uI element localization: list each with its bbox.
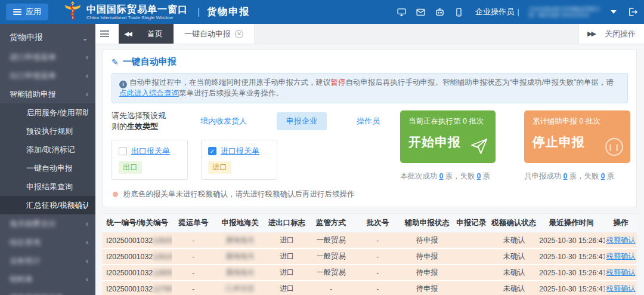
apps-menu-icon: [13, 9, 21, 15]
chevron-left-icon: ‹: [86, 275, 88, 284]
monitor-icon[interactable]: [397, 7, 407, 17]
sidebar-item-smart-assist-declare[interactable]: 智能辅助申报‹: [0, 85, 95, 103]
sidebar-item-redacted-6[interactable]: 特料单‹: [0, 270, 95, 288]
export-checkbox[interactable]: ✓: [119, 147, 127, 155]
robot-assistant-icon[interactable]: [435, 7, 445, 17]
batch-fail-count[interactable]: 0: [476, 172, 481, 180]
tabbar-menu-icon[interactable]: [100, 30, 109, 37]
cell-last-operate-time: 2025-10-30 15:26:41: [538, 281, 605, 295]
start-declare-button[interactable]: 当前正在执行第 0 批次 开始申报: [400, 110, 496, 163]
cell-io-flag: 进口: [265, 281, 308, 295]
rule-type-option[interactable]: 申报企业: [277, 112, 327, 130]
tabbar-controls: ▶▶ 关闭操作: [578, 24, 644, 44]
table-header-cell: 申报地海关: [215, 214, 265, 233]
cell-trade-mode: 一般贸易: [308, 233, 354, 249]
table-header-row: 统一编号/海关编号提运单号申报地海关进出口标志监管方式批次号辅助申报状态申报记录…: [103, 214, 637, 233]
sidebar-item-tax-confirm[interactable]: 汇总征税/税额确认: [0, 196, 95, 214]
tax-confirm-link[interactable]: 税额确认: [606, 284, 636, 293]
table-row: I20250001032126105-属地海关进口一般贸易-待申报未确认2025…: [103, 248, 637, 265]
sidebar-item-preset-rules[interactable]: 预设执行规则: [0, 122, 95, 140]
cell-tax-confirm-status: 未确认: [490, 281, 538, 295]
unified-number-prefix: I20250001032: [106, 269, 153, 277]
close-operations-button[interactable]: 关闭操作: [605, 29, 636, 39]
rule-type-options: 境内收发货人申报企业操作员: [191, 112, 389, 130]
cell-bill-number: -: [172, 265, 215, 281]
sidebar-item-declare-result-query[interactable]: 申报结果查询: [0, 177, 95, 196]
module-title: 货物申报: [207, 6, 250, 19]
cell-declare-record: [453, 233, 490, 249]
sidebar-section-cargo-declaration[interactable]: 货物申报⌄: [0, 27, 95, 48]
sidebar-item-redacted-2[interactable]: 出口申报菜单‹: [0, 66, 95, 85]
mail-icon[interactable]: [416, 7, 426, 17]
cell-unified-number: I20250001032126105: [103, 248, 172, 265]
sidebar-item-redacted-3[interactable]: 海关税费支付‹: [0, 214, 95, 233]
brand-subtitle: China International Trade Single Window: [86, 15, 188, 20]
cell-action: 税额确认: [605, 265, 637, 281]
cell-bill-number: -: [172, 233, 215, 249]
cell-bill-number: -: [172, 281, 215, 295]
comprehensive-query-link[interactable]: 点此进入综合查询: [119, 89, 179, 97]
rule-type-option[interactable]: 境内收发货人: [191, 112, 256, 130]
cell-assist-status: 待申报: [402, 233, 453, 249]
sidebar-item-redacted-4[interactable]: 综合查询‹: [0, 233, 95, 251]
total-success-count[interactable]: 0: [564, 172, 568, 180]
unified-number-suffix-redacted: 127903: [153, 285, 172, 293]
tax-confirm-link[interactable]: 税额确认: [606, 252, 636, 260]
table-header-cell: 监管方式: [308, 214, 354, 233]
apps-button[interactable]: 应用: [6, 4, 48, 20]
sidebar-item-label: 预设执行规则: [26, 126, 88, 137]
tab-home[interactable]: 首页: [137, 24, 174, 44]
tab-close-icon[interactable]: ✕: [235, 30, 243, 38]
sidebar-item-redacted-1[interactable]: 进口申报菜单‹: [0, 48, 95, 66]
sidebar-item-enable-service-help[interactable]: 启用服务/使用帮助: [0, 103, 95, 122]
cell-io-flag: 进口: [265, 233, 308, 249]
start-declare-column: 当前正在执行第 0 批次 开始申报 本批次成功0票，失败0票: [400, 110, 513, 199]
logout-icon[interactable]: [627, 7, 638, 17]
sidebar-item-redacted-5[interactable]: 业务统计‹: [0, 251, 95, 270]
scroll-tabs-left-icon[interactable]: ◀◀: [119, 24, 137, 44]
tax-confirm-link[interactable]: 税额确认: [606, 268, 636, 276]
top-bar: 应用 中国国际贸易单一窗口 China International Trade …: [0, 0, 644, 24]
cell-batch-number: -: [354, 265, 402, 281]
sidebar-item-add-remove-mark[interactable]: 添加/取消标记: [0, 140, 95, 159]
table-header-cell: 批次号: [354, 214, 402, 233]
export-tag: 出口: [119, 161, 142, 174]
unified-number-prefix: I20250001032: [106, 285, 153, 293]
user-dropdown-caret-icon[interactable]: [611, 10, 617, 14]
sidebar-item-label: 货物申报: [10, 32, 79, 43]
sidebar-item-label: 减免税后续业务: [10, 293, 83, 295]
total-fail-count[interactable]: 0: [600, 172, 605, 180]
sidebar-item-label: 特料单: [10, 274, 83, 285]
tab-one-click-auto-declare[interactable]: 一键自动申报 ✕: [174, 24, 255, 44]
sidebar-item-one-click-auto-declare[interactable]: 一键自动申报: [0, 159, 95, 177]
chevron-left-icon: ‹: [86, 219, 88, 228]
brand-divider: |: [197, 7, 200, 17]
cell-trade-mode: 一般贸易: [308, 265, 354, 281]
export-declaration-box: ✓ 出口报关单 出口: [112, 140, 188, 180]
mobile-icon[interactable]: [454, 7, 465, 17]
scroll-tabs-right-icon[interactable]: ▶▶: [587, 30, 595, 38]
total-stats: 共申报成功0票，失败0票: [524, 171, 630, 182]
table-row: I20250001032127903-口岸关区进口--待申报未确认2025-10…: [103, 281, 637, 295]
import-checkbox[interactable]: ✓: [208, 147, 216, 155]
apps-button-label: 应用: [26, 7, 41, 17]
sidebar-item-label: 业务统计: [10, 256, 83, 266]
cell-action: 税额确认: [605, 248, 637, 265]
sidebar-item-label: 汇总征税/税额确认: [26, 200, 88, 211]
rule-type-option[interactable]: 操作员: [347, 112, 389, 130]
declare-customs-redacted: 属地海关: [225, 252, 255, 260]
tabbar-filler: [255, 24, 578, 44]
cell-bill-number: -: [172, 248, 215, 265]
rule-type-label: 请先选择预设规则的生效类型: [112, 110, 171, 132]
import-declaration-link[interactable]: 进口报关单: [221, 146, 259, 156]
info-banner: i自动申报过程中，在当前终端同时使用原手动申报方式，建议暂停自动申报后再执行手动…: [112, 73, 628, 103]
table-header-cell: 进出口标志: [265, 214, 308, 233]
stop-declare-button[interactable]: 累计辅助申报 0 批次 停止申报 ❙❙: [524, 110, 630, 163]
content-area: ◀◀ 首页 一键自动申报 ✕ ▶▶ 关闭操作 ✎: [95, 24, 644, 295]
unified-number-suffix-redacted: 126057: [153, 269, 172, 277]
tax-confirm-link[interactable]: 税额确认: [606, 236, 636, 244]
import-declaration-box: ✓ 进口报关单 进口: [201, 140, 277, 180]
export-declaration-link[interactable]: 出口报关单: [131, 146, 170, 156]
sidebar-item-redacted-7[interactable]: 减免税后续业务‹: [0, 288, 95, 295]
batch-success-count[interactable]: 0: [439, 172, 444, 180]
